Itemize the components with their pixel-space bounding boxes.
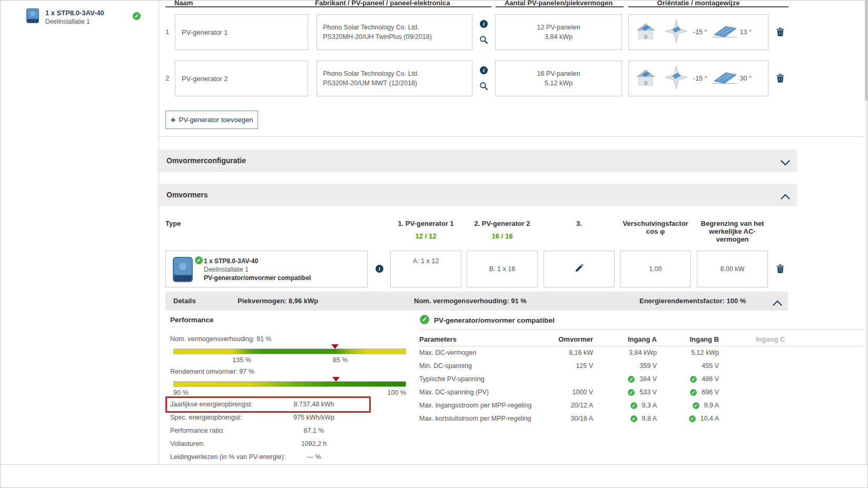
compat-col-omvormer: Omvormer (538, 335, 593, 343)
orientation-box[interactable]: -15 ° 13 ° (628, 14, 768, 50)
param-label: Max. ingangsstroom per MPP-regeling (419, 402, 531, 409)
chevron-down-icon[interactable] (781, 158, 790, 168)
compat-title-divider (419, 329, 863, 330)
ac-limit-field[interactable]: 8,00 kW (697, 251, 768, 287)
ok-check-icon: ✓ (628, 376, 635, 383)
info-icon[interactable]: i (376, 265, 383, 273)
inverter-type-box[interactable]: ✓ 1 x STP8.0-3AV-40 Deelinstallatie 1 PV… (165, 251, 368, 287)
add-pv-generator-button[interactable]: + PV-generator toevoegen (165, 111, 258, 129)
param-ingang-a-value: 533 V (639, 389, 657, 396)
ac-limit-value: 8,00 kW (721, 265, 745, 273)
panel-count: 16 PV-panelen (537, 70, 580, 77)
param-ingang-a-value: 9,8 A (642, 415, 657, 422)
compat-header-divider (419, 346, 863, 346)
mppt-assignment-gen1-box[interactable]: A: 1 x 12 (390, 251, 461, 287)
header-underline (628, 6, 788, 7)
ok-check-icon: ✓ (689, 415, 696, 422)
inv-col-type: Type (165, 220, 181, 227)
chevron-up-icon[interactable] (773, 298, 782, 308)
section-title: Omvormerconfiguratie (166, 150, 246, 172)
gauge1-label: Nom. vermogensverhouding: 91 % (170, 335, 271, 343)
inv-col-gen1-count: 12 / 12 (390, 232, 461, 240)
peak-power: 5,12 kWp (545, 79, 573, 87)
tilt-value: 30 ° (740, 75, 752, 82)
ok-check-icon: ✓ (630, 415, 637, 422)
compat-row: Max. ingangsstroom per MPP-regeling 20/1… (1, 402, 868, 411)
compat-row: Max. kortsluitstroom per MPP-regeling 30… (1, 415, 868, 424)
param-ingang-a-value: 359 V (639, 362, 657, 370)
panel-bottom-border (1, 464, 868, 465)
generator-name-input[interactable] (175, 15, 308, 49)
magnifier-icon[interactable] (479, 82, 488, 93)
panel-count-box[interactable]: 12 PV-panelen 3,84 kWp (495, 14, 622, 50)
orientation-box[interactable]: -15 ° 30 ° (628, 61, 768, 96)
header-underline (496, 6, 624, 7)
inv-col-gen1: 1. PV-generator 1 (390, 220, 461, 227)
magnifier-icon[interactable] (479, 35, 488, 46)
param-ingang-b-value: 10,4 A (701, 415, 719, 422)
compatibility-check-icon: ✓ (420, 315, 429, 324)
scrollbar-thumb[interactable] (865, 1, 868, 101)
sidebar-inverter-subtitle: Deelinstallatie 1 (45, 18, 90, 25)
cos-phi-value: 1,00 (649, 265, 662, 273)
tilt-panel-icon (712, 71, 738, 86)
row-number: 1 (165, 28, 169, 36)
sidebar-ok-check-icon: ✓ (133, 12, 141, 20)
panel-select-box[interactable]: Phono Solar Technology Co. Ltd. PS320M-2… (317, 61, 472, 96)
pencil-icon (575, 264, 584, 275)
param-label: Max. DC-vermogen (419, 349, 476, 356)
panel-model: PS320MH-20/UH TwinPlus (09/2018) (323, 33, 472, 41)
azimuth-value: -15 ° (693, 75, 707, 82)
azimuth-compass-icon (664, 64, 689, 93)
info-icon[interactable]: i (480, 20, 488, 28)
sidebar-item-inverter[interactable]: 1 x STP8.0-3AV-40 Deelinstallatie 1 ✓ (19, 6, 151, 30)
section-title: Omvormers (166, 184, 208, 206)
param-ingang-b-value: 9,9 A (704, 402, 719, 409)
roof-house-icon (635, 22, 656, 42)
trash-icon[interactable] (776, 264, 784, 275)
info-icon[interactable]: i (480, 66, 488, 74)
inv-col-gen3: 3. (544, 220, 615, 227)
tilt-value: 13 ° (740, 28, 752, 36)
add-pv-generator-label: PV-generator toevoegen (179, 116, 253, 124)
compat-col-ingang-b: Ingang B (668, 335, 719, 343)
peak-power: 3,84 kWp (545, 33, 573, 41)
performance-title: Performance (170, 316, 214, 324)
row-number: 2 (165, 74, 169, 82)
compat-col-ingang-c: Ingang C (756, 335, 785, 343)
chevron-up-icon[interactable] (781, 192, 790, 202)
panel-count: 12 PV-panelen (537, 24, 580, 31)
inverter-ok-check-icon: ✓ (195, 256, 203, 264)
inverter-title: 1 x STP8.0-3AV-40 (204, 257, 311, 265)
compat-row: Max. DC-vermogen 8,16 kW 3,84 kWp 5,12 k… (1, 349, 868, 358)
mppt-assignment-gen2-box[interactable]: B: 1 x 16 (467, 251, 538, 287)
param-label: Typische PV-spanning (419, 375, 485, 383)
cos-phi-field[interactable]: 1,00 (620, 251, 691, 287)
section-omvormers[interactable]: Omvormers (157, 184, 797, 206)
param-omvormer-value: 20/12 A (538, 402, 593, 409)
stat-value: 87,1 % (264, 427, 364, 434)
sidebar-inverter-title: 1 x STP8.0-3AV-40 (45, 9, 104, 17)
param-omvormer-value: 1000 V (538, 389, 593, 396)
param-ingang-b-value: 696 V (702, 389, 719, 396)
stat-value: --- % (264, 453, 364, 461)
param-ingang-a-value: 384 V (639, 375, 657, 383)
param-omvormer-value: 8,16 kW (538, 349, 593, 356)
inv-col-cos: Verschuivingsfactor cos φ (620, 220, 691, 235)
ok-check-icon: ✓ (630, 402, 637, 409)
mppt-input-b-value: B: 1 x 16 (489, 265, 515, 273)
compat-col-ingang-a: Ingang A (606, 335, 657, 343)
section-omvormerconfiguratie[interactable]: Omvormerconfiguratie (157, 150, 797, 172)
roof-house-icon (635, 68, 656, 88)
param-ingang-a-value: 3,84 kWp (629, 349, 657, 356)
trash-icon[interactable] (776, 74, 784, 85)
mppt-input-a-value: A: 1 x 12 (391, 257, 461, 265)
generator-name-input[interactable] (175, 61, 308, 96)
panel-count-box[interactable]: 16 PV-panelen 5,12 kWp (495, 61, 622, 96)
details-bar[interactable]: Details Piekvermogen: 8,96 kWp Nom. verm… (165, 292, 788, 311)
trash-icon[interactable] (776, 27, 784, 38)
sunny-design-page: 1 x STP8.0-3AV-40 Deelinstallatie 1 ✓ Na… (0, 0, 868, 488)
ok-check-icon: ✓ (690, 389, 697, 396)
panel-select-box[interactable]: Phono Solar Technology Co. Ltd. PS320MH-… (317, 14, 472, 50)
mppt-assignment-gen3-box[interactable] (544, 251, 615, 287)
